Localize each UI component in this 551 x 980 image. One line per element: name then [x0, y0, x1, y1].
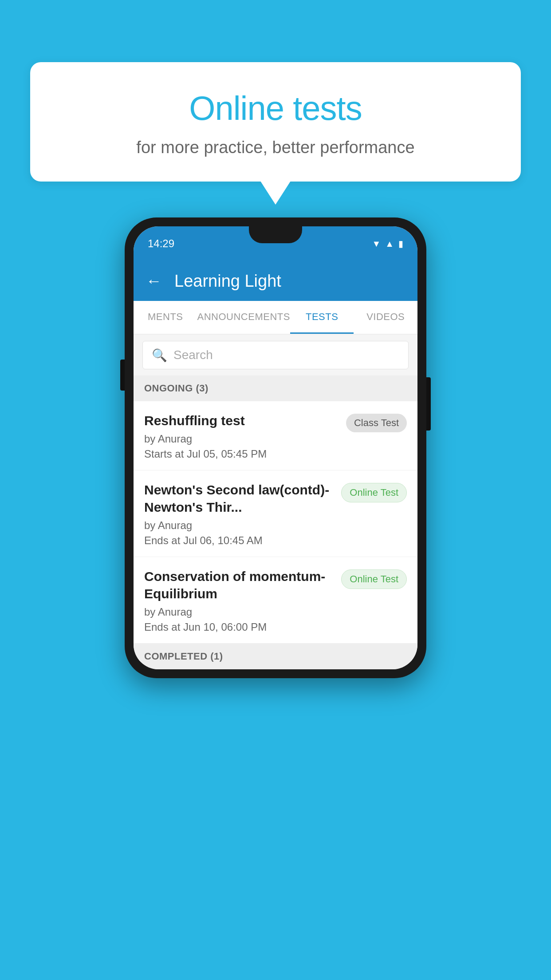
test-item-conservation-time: Ends at Jun 10, 06:00 PM — [144, 621, 332, 633]
test-item-reshuffling-content: Reshuffling test by Anurag Starts at Jul… — [144, 412, 346, 460]
search-container: 🔍 Search — [134, 335, 417, 375]
test-item-newtons-content: Newton's Second law(contd)-Newton's Thir… — [144, 481, 341, 547]
signal-icon — [385, 238, 394, 249]
phone-wrapper: 14:29 ← Learning Light MENTS ANNOUNCEMEN… — [125, 217, 426, 678]
test-item-reshuffling-badge: Class Test — [346, 414, 407, 432]
search-box[interactable]: 🔍 Search — [142, 341, 409, 369]
search-icon: 🔍 — [152, 348, 167, 363]
tab-announcements[interactable]: ANNOUNCEMENTS — [197, 301, 290, 334]
test-item-conservation-name: Conservation of momentum-Equilibrium — [144, 568, 332, 602]
tab-tests[interactable]: TESTS — [290, 301, 354, 334]
test-item-conservation-content: Conservation of momentum-Equilibrium by … — [144, 568, 341, 633]
test-item-newtons-badge: Online Test — [341, 483, 407, 502]
search-placeholder: Search — [173, 348, 213, 362]
wifi-icon — [372, 238, 381, 249]
back-button[interactable]: ← — [146, 272, 162, 290]
completed-section-header: COMPLETED (1) — [134, 644, 417, 669]
test-item-reshuffling[interactable]: Reshuffling test by Anurag Starts at Jul… — [134, 401, 417, 470]
phone-screen: 14:29 ← Learning Light MENTS ANNOUNCEMEN… — [134, 226, 417, 669]
speech-bubble-container: Online tests for more practice, better p… — [30, 62, 521, 182]
test-item-reshuffling-author: by Anurag — [144, 433, 337, 445]
test-item-conservation[interactable]: Conservation of momentum-Equilibrium by … — [134, 557, 417, 644]
online-tests-title: Online tests — [52, 89, 499, 127]
app-bar: ← Learning Light — [134, 261, 417, 301]
test-item-reshuffling-name: Reshuffling test — [144, 412, 337, 429]
battery-icon — [398, 238, 403, 249]
speech-bubble: Online tests for more practice, better p… — [30, 62, 521, 182]
ongoing-section-header: ONGOING (3) — [134, 375, 417, 401]
test-item-conservation-author: by Anurag — [144, 606, 332, 618]
tab-ments[interactable]: MENTS — [134, 301, 197, 334]
phone-frame: 14:29 ← Learning Light MENTS ANNOUNCEMEN… — [125, 217, 426, 678]
test-item-newtons-time: Ends at Jul 06, 10:45 AM — [144, 534, 332, 547]
test-item-newtons-name: Newton's Second law(contd)-Newton's Thir… — [144, 481, 332, 516]
status-bar: 14:29 — [134, 226, 417, 261]
tabs-bar: MENTS ANNOUNCEMENTS TESTS VIDEOS — [134, 301, 417, 335]
test-item-newtons-author: by Anurag — [144, 519, 332, 532]
status-icons — [372, 238, 403, 249]
app-bar-title: Learning Light — [174, 272, 281, 291]
test-item-newtons[interactable]: Newton's Second law(contd)-Newton's Thir… — [134, 470, 417, 557]
online-tests-subtitle: for more practice, better performance — [52, 138, 499, 157]
status-time: 14:29 — [148, 237, 174, 250]
test-item-conservation-badge: Online Test — [341, 569, 407, 589]
tab-videos[interactable]: VIDEOS — [354, 301, 417, 334]
test-item-reshuffling-time: Starts at Jul 05, 05:45 PM — [144, 448, 337, 460]
